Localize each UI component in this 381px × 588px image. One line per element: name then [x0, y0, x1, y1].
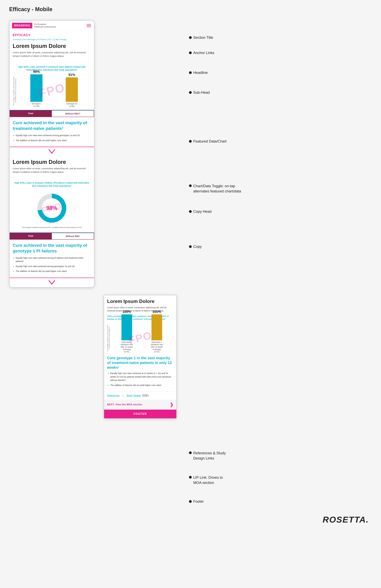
- second-copy-bullet-3: The addition of ribavirin did not yield …: [16, 270, 91, 273]
- section-content: EFFICACY Summary | Pan-Genotypic | PI Fa…: [10, 31, 94, 63]
- right-panel-headline: Lorem Ipsum Dolore: [107, 298, 173, 304]
- donut-container: 98% FPO: [13, 190, 91, 227]
- anchor-pi-failure[interactable]: PI Failure: [38, 38, 46, 41]
- bar-group-1: 98% Genotype 1 (n=126): [30, 70, 42, 107]
- anchor-summary[interactable]: Summary: [13, 38, 21, 41]
- bar1-value: 98%: [33, 70, 40, 74]
- donut-footnote: Percentage of patients achieving SVR₁₂ (…: [13, 227, 91, 230]
- annotation-dot-5: [189, 140, 192, 143]
- annotation-headline: Headline: [189, 70, 208, 75]
- annotation-label-sub-head: Sub-Head: [193, 90, 210, 95]
- annotation-copy-head: Copy Head: [189, 209, 211, 214]
- toggle-without-rbv-btn[interactable]: Without RBV†: [52, 110, 94, 117]
- annotation-dot-3: [189, 71, 192, 74]
- donut-chart-area: High SVR₁₂ rates in protease inhibitor (…: [10, 179, 94, 232]
- right-copy-list: Equally high cure rates achieved at 12 w…: [107, 372, 173, 387]
- headline: Lorem Ipsum Dolore: [13, 43, 91, 49]
- annotation-lip-link: LIP Link: Drives toMOA section: [189, 475, 223, 485]
- copy-head-2: Cure achieved in the vast majority of ge…: [13, 243, 91, 254]
- nav-tagline: For European Healthcare professionals: [34, 23, 84, 28]
- study-design-link[interactable]: Study Design (PDF): [127, 394, 149, 397]
- second-copy-bullet-1: Equally high cure rates achieved among P…: [16, 256, 91, 263]
- copy-bullet-1: Equally high cure rates were achieved am…: [16, 134, 91, 137]
- ref-separator: |: [123, 394, 123, 397]
- donut-chart-title: High SVR₁₂ rates in protease inhibitor (…: [13, 181, 91, 188]
- right-bar-chart: Percentage of patients achieving SVR₁₂ (…: [107, 323, 173, 353]
- right-copy-head: Cure genotype 1 in the vast majority of …: [107, 356, 173, 370]
- sub-head: Lorem ipsum dolor sit amet, consectetur …: [13, 51, 91, 58]
- chevron-down-icon: [47, 149, 57, 155]
- right-copy-bullet-2: The addition of ribavirin did not yield …: [110, 383, 173, 387]
- anchor-ald[interactable]: ALD: [48, 38, 52, 41]
- copy-list-2: Equally high cure rates achieved among P…: [13, 256, 91, 273]
- annotation-featured-data: Featured Data/Chart: [189, 139, 227, 144]
- right-bar1-value: 100%: [122, 310, 131, 314]
- toggle2-total-btn[interactable]: Total: [10, 233, 52, 240]
- annotation-label-copy: Copy: [193, 245, 202, 249]
- bar1-rect: [30, 74, 42, 102]
- annotation-copy: Copy: [189, 245, 202, 249]
- annotation-section-title: Section Title: [189, 35, 213, 40]
- toggle-buttons-2[interactable]: Total Without RBV: [10, 232, 94, 240]
- bar1-label: Genotype 1 (n=126): [32, 103, 41, 107]
- annotation-dot-6: [189, 184, 192, 187]
- bar2-label: Genotype 2/3 (n=66): [66, 103, 77, 107]
- bar2-value: 91%: [68, 73, 75, 77]
- lip-link[interactable]: NEXT: View the MOA section ❯: [104, 400, 176, 410]
- annotation-dot-7: [189, 210, 192, 213]
- right-panel-content: Lorem Ipsum Dolore Lorem ipsum dolor sit…: [104, 295, 176, 391]
- right-bar2-value: 100%: [152, 310, 161, 314]
- annotation-references: References & StudyDesign Links: [189, 450, 226, 461]
- annotation-dot-2: [189, 51, 192, 54]
- annotation-dot-8: [189, 245, 192, 248]
- second-section: Lorem Ipsum Dolore Lorem ipsum dolor sit…: [10, 156, 94, 278]
- annotation-label-anchor-links: Anchor Links: [193, 51, 214, 55]
- anchor-pan-genotypic[interactable]: Pan-Genotypic: [23, 38, 36, 41]
- anchor-12wk[interactable]: 12-Wk Therapy: [53, 38, 67, 41]
- right-bar-group-2: 100% DAKLINZA + sofosbuvir only After 24…: [150, 310, 164, 353]
- annotation-label-footer: Footer: [193, 499, 204, 504]
- mobile-frame-left: BRANDING For European Healthcare profess…: [9, 20, 95, 288]
- annotation-dot-10: [189, 476, 192, 479]
- right-copy-bullet-1: Equally high cure rates achieved at 12 w…: [110, 372, 173, 382]
- rosetta-logo: ROSETTA.: [323, 515, 369, 524]
- annotations-column: Section Title Anchor Links Headline Sub-…: [186, 20, 372, 508]
- annotation-label-headline: Headline: [193, 70, 208, 75]
- right-footer: FOOTER: [104, 410, 176, 418]
- second-headline: Lorem Ipsum Dolore: [13, 159, 91, 165]
- right-bar2-rect: [152, 314, 162, 340]
- lip-link-text: NEXT: View the MOA section: [107, 403, 142, 406]
- copy-list-1: Equally high cure rates were achieved am…: [13, 134, 91, 142]
- copy-bullet-2: The addition of ribavirin did not yield …: [16, 139, 91, 142]
- toggle-buttons-1[interactable]: Total Without RBV†: [10, 110, 94, 117]
- branding-badge[interactable]: BRANDING: [12, 23, 32, 28]
- toggle-total-btn[interactable]: Total: [10, 110, 52, 117]
- right-panel-col: Lorem Ipsum Dolore Lorem ipsum dolor sit…: [104, 157, 177, 508]
- toggle2-without-rbv-btn[interactable]: Without RBV: [52, 233, 94, 240]
- second-subhead: Lorem ipsum dolor sit amet, consectetur …: [13, 167, 91, 174]
- bar-group-2: 91% Genotype 2/3 (n=66): [66, 73, 78, 107]
- annotation-dot-11: [189, 500, 192, 503]
- annotation-label-section-title: Section Title: [193, 35, 213, 40]
- annotation-dot-4: [189, 91, 192, 94]
- annotation-sub-head: Sub-Head: [189, 90, 210, 95]
- donut-center-value: 98%: [46, 205, 57, 211]
- anchor-links[interactable]: Summary | Pan-Genotypic | PI Failure | A…: [13, 38, 91, 41]
- second-section-content: Lorem Ipsum Dolore Lorem ipsum dolor sit…: [10, 156, 94, 179]
- references-links: References | Study Design (PDF): [104, 391, 176, 400]
- footer-chevron-divider: [10, 278, 94, 287]
- copy-head-1: Cure achieved in the vast majority of tr…: [13, 120, 91, 131]
- bar-chart-1: Percentage of patients achieving SVR₁₂ (…: [13, 74, 91, 107]
- page-title: Efficacy - Mobile: [0, 0, 381, 17]
- annotation-label-lip-link: LIP Link: Drives toMOA section: [193, 475, 223, 485]
- bar2-rect: [66, 77, 78, 102]
- copy-section-2: Cure achieved in the vast majority of ge…: [10, 240, 94, 277]
- annotation-dot-1: [189, 36, 192, 39]
- references-link[interactable]: References: [107, 394, 120, 397]
- annotation-label-copy-head: Copy Head: [193, 209, 211, 214]
- right-bar-group-1: 100% DAKLINZA + sofosbuvir only After 12…: [120, 310, 134, 353]
- right-arrow-icon: ❯: [170, 402, 173, 407]
- left-mobile-mockup: BRANDING For European Healthcare profess…: [9, 20, 95, 508]
- hamburger-menu-icon[interactable]: [86, 23, 92, 28]
- right-bar2-label: DAKLINZA + sofosbuvir only After 24 week…: [150, 341, 164, 353]
